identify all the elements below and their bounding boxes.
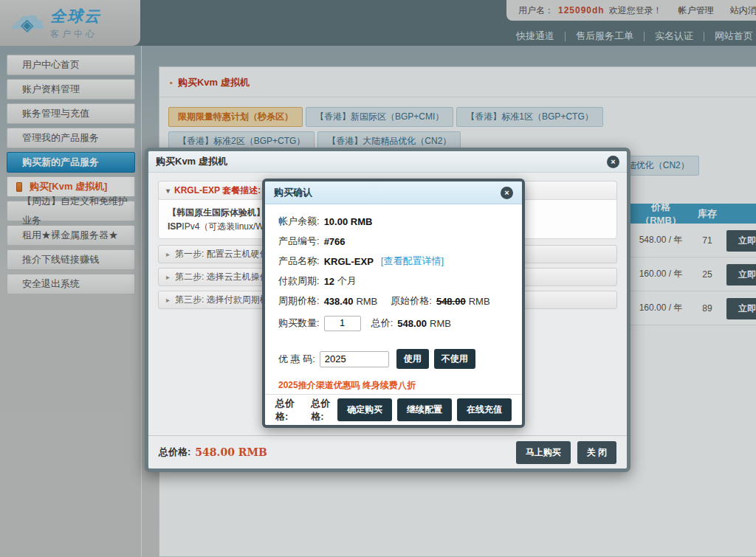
buy-kvm-modal-header: 购买Kvm 虚拟机 × [148, 151, 627, 173]
product-name-value: KRGL-EXP [324, 256, 374, 267]
cycle-price-row: 周期价格: 438.40 RMB 原始价格: 548.00 RMB [278, 294, 509, 308]
quantity-input[interactable] [324, 316, 361, 331]
total-price-value: 548.00 [397, 318, 427, 329]
product-no-row: 产品编号: #766 [278, 235, 509, 248]
chevron-right-icon: ▸ [166, 296, 170, 304]
skip-coupon-button[interactable]: 不使用 [434, 349, 475, 369]
confirm-modal-title: 购买确认 [274, 186, 312, 199]
close-modal-button[interactable]: 关 闭 [577, 441, 616, 464]
coupon-input[interactable] [320, 351, 389, 367]
product-name-row: 产品名称: KRGL-EXP [查看配置详情] [278, 255, 509, 268]
balance-row: 帐户余额: 10.00 RMB [278, 215, 509, 228]
footer-total-label-1: 总价格: [275, 397, 298, 423]
buy-immediately-button[interactable]: 马上购买 [516, 441, 571, 464]
period-value: 12 [324, 276, 334, 287]
quantity-row: 购买数量: 总价: 548.00 RMB [278, 314, 509, 332]
product-no-value: #766 [324, 236, 346, 247]
close-icon[interactable]: × [501, 187, 513, 199]
confirm-purchase-button[interactable]: 确定购买 [337, 398, 392, 421]
view-config-link[interactable]: [查看配置详情] [381, 255, 444, 268]
period-row: 付款周期: 12 个月 [278, 274, 509, 288]
confirm-modal-footer: 总价格: 总价格: 确定购买 继续配置 在线充值 [265, 394, 522, 425]
total-price-label: 总价格: [159, 446, 190, 459]
buy-kvm-modal-title: 购买Kvm 虚拟机 [156, 155, 227, 168]
continue-config-button[interactable]: 继续配置 [397, 398, 452, 421]
promo-text: 2025推介渠道优惠吗 终身续费八折 [278, 379, 509, 392]
total-price-value: 548.00 RMB [195, 446, 267, 458]
original-price-value: 548.00 [436, 296, 466, 307]
chevron-right-icon: ▸ [166, 250, 170, 258]
confirm-modal-header: 购买确认 × [265, 181, 522, 204]
online-recharge-button[interactable]: 在线充值 [457, 398, 512, 421]
cycle-price-value: 438.40 [324, 296, 354, 307]
coupon-row: 优 惠 码: 使用 不使用 [278, 349, 509, 369]
balance-value: 10.00 RMB [324, 216, 373, 227]
chevron-down-icon: ▾ [166, 187, 170, 195]
use-coupon-button[interactable]: 使用 [396, 349, 429, 369]
buy-kvm-modal-footer: 总价格: 548.00 RMB 马上购买 关 闭 [148, 435, 627, 468]
close-icon[interactable]: × [607, 156, 619, 168]
chevron-right-icon: ▸ [166, 273, 170, 281]
purchase-confirm-modal: 购买确认 × 帐户余额: 10.00 RMB 产品编号: #766 产品名称: … [262, 179, 525, 428]
footer-total-label-2: 总价格: [311, 397, 333, 423]
